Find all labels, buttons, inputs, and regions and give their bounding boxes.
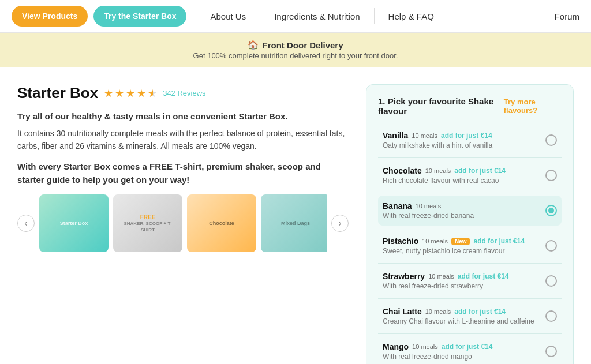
- flavour-divider: [378, 193, 562, 193]
- flavour-picker-title: 1. Pick your favourite Shake flavour: [378, 96, 504, 116]
- flavour-name: Chai Latte: [383, 307, 422, 316]
- flavour-desc: Rich chocolate flavour with real cacao: [383, 177, 541, 185]
- flavour-desc: With real freeze-dried banana: [383, 212, 541, 220]
- flavour-name-row: Banana10 meals: [383, 201, 541, 211]
- carousel-img-label-3: Chocolate: [187, 194, 256, 252]
- nav-help[interactable]: Help & FAQ: [384, 12, 439, 21]
- flavour-name-row: Strawberry10 mealsadd for just €14: [383, 272, 541, 281]
- product-desc-bold: Try all of our healthy & tasty meals in …: [17, 110, 349, 123]
- flavour-item-pistachio[interactable]: Pistachio10 mealsNewadd for just €14Swee…: [378, 231, 562, 261]
- flavour-item-mango[interactable]: Mango10 mealsadd for just €14With real f…: [378, 336, 562, 364]
- flavour-add-label: add for just €14: [458, 272, 509, 280]
- flavour-info: Strawberry10 mealsadd for just €14With r…: [383, 272, 541, 290]
- flavour-name: Pistachio: [383, 237, 418, 246]
- flavour-radio[interactable]: [545, 275, 557, 287]
- flavour-meals-tag: 10 meals: [416, 202, 442, 209]
- flavour-desc: Sweet, nutty pistachio ice cream flavour: [383, 247, 541, 255]
- flavour-info: Pistachio10 mealsNewadd for just €14Swee…: [383, 237, 541, 255]
- star-half-5: ★ ★: [148, 87, 157, 100]
- flavour-item-strawberry[interactable]: Strawberry10 mealsadd for just €14With r…: [378, 266, 562, 296]
- flavour-divider: [378, 298, 562, 299]
- flavour-add-label: add for just €14: [473, 237, 525, 245]
- flavour-radio-inner: [548, 208, 554, 213]
- flavour-meals-tag: 10 meals: [422, 238, 448, 245]
- flavour-picker-panel: 1. Pick your favourite Shake flavour Try…: [366, 84, 574, 364]
- flavour-info: Chocolate10 mealsadd for just €14Rich ch…: [383, 166, 541, 185]
- flavour-radio[interactable]: [545, 134, 557, 146]
- flavour-new-tag: New: [451, 238, 470, 245]
- star-4: ★: [137, 87, 146, 100]
- flavour-item-vanilla[interactable]: Vanilla10 mealsadd for just €14Oaty milk…: [378, 125, 562, 155]
- flavour-desc: With real freeze-dried mango: [383, 352, 541, 361]
- carousel-prev-button[interactable]: ‹: [17, 215, 35, 232]
- nav-divider-3: [374, 8, 375, 24]
- flavour-radio[interactable]: [545, 205, 557, 216]
- main-content: Starter Box ★ ★ ★ ★ ★ ★ 342 Reviews Try …: [0, 67, 591, 364]
- star-3: ★: [126, 87, 135, 100]
- flavour-divider: [378, 333, 562, 334]
- star-2: ★: [115, 87, 124, 100]
- house-icon: 🏠: [248, 40, 259, 50]
- flavour-info: Chai Latte10 mealsadd for just €14Creamy…: [383, 307, 541, 325]
- flavour-meals-tag: 10 meals: [412, 343, 438, 350]
- flavour-name-row: Pistachio10 mealsNewadd for just €14: [383, 237, 541, 246]
- flavour-divider: [378, 157, 562, 158]
- carousel-images: Starter Box FREE SHAKER, SCOOP + T-SHIRT…: [39, 194, 327, 252]
- carousel-item-2[interactable]: FREE SHAKER, SCOOP + T-SHIRT: [113, 194, 182, 252]
- flavour-name-row: Chocolate10 mealsadd for just €14: [383, 166, 541, 175]
- product-title: Starter Box: [17, 84, 98, 102]
- banner-title: 🏠 Front Door Delivery: [7, 40, 584, 50]
- try-flavours-link[interactable]: Try more flavours?: [504, 97, 562, 115]
- flavour-name: Vanilla: [383, 131, 408, 140]
- flavour-name: Banana: [383, 201, 412, 211]
- view-products-button[interactable]: View Products: [12, 6, 88, 27]
- carousel-item-1[interactable]: Starter Box: [39, 194, 109, 252]
- carousel-item-3[interactable]: Chocolate: [187, 194, 256, 252]
- flavour-divider: [378, 228, 562, 228]
- flavour-info: Mango10 mealsadd for just €14With real f…: [383, 342, 541, 361]
- flavour-meals-tag: 10 meals: [428, 273, 454, 280]
- nav-ingredients[interactable]: Ingredients & Nutrition: [270, 12, 364, 21]
- reviews-link[interactable]: 342 Reviews: [163, 89, 205, 97]
- star-1: ★: [104, 87, 113, 100]
- free-badge-title: FREE: [119, 214, 177, 220]
- carousel-item-4[interactable]: Mixed Bags: [261, 194, 327, 252]
- flavour-meals-tag: 10 meals: [425, 308, 451, 315]
- star-rating: ★ ★ ★ ★ ★ ★: [104, 87, 157, 100]
- nav-forum[interactable]: Forum: [555, 12, 579, 21]
- flavour-desc: Creamy Chai flavour with L-theanine and …: [383, 317, 541, 325]
- flavour-list: Vanilla10 mealsadd for just €14Oaty milk…: [378, 125, 562, 364]
- flavour-name: Mango: [383, 342, 409, 351]
- starter-box-button[interactable]: Try the Starter Box: [93, 6, 186, 27]
- flavour-desc: Oaty milkshake with a hint of vanilla: [383, 141, 541, 149]
- carousel-img-label-1: Starter Box: [39, 194, 109, 252]
- flavour-divider: [378, 263, 562, 264]
- flavour-name-row: Vanilla10 mealsadd for just €14: [383, 131, 541, 140]
- flavour-radio[interactable]: [545, 310, 557, 322]
- flavour-name: Chocolate: [383, 166, 422, 175]
- carousel-img-label-2: FREE SHAKER, SCOOP + T-SHIRT: [113, 194, 182, 252]
- flavour-radio[interactable]: [545, 170, 557, 181]
- product-desc-normal: It contains 30 nutritionally complete me…: [17, 127, 349, 153]
- flavour-name: Strawberry: [383, 272, 425, 281]
- left-column: Starter Box ★ ★ ★ ★ ★ ★ 342 Reviews Try …: [17, 84, 349, 364]
- nav-divider-1: [196, 8, 196, 24]
- carousel-next-button[interactable]: ›: [331, 215, 349, 232]
- nav-about[interactable]: About Us: [205, 12, 250, 21]
- flavour-header: 1. Pick your favourite Shake flavour Try…: [378, 96, 562, 116]
- flavour-item-banana[interactable]: Banana10 mealsWith real freeze-dried ban…: [378, 196, 562, 226]
- flavour-radio[interactable]: [545, 346, 557, 357]
- flavour-add-label: add for just €14: [454, 167, 506, 175]
- flavour-add-label: add for just €14: [441, 132, 492, 140]
- flavour-add-label: add for just €14: [442, 343, 493, 351]
- flavour-name-row: Chai Latte10 mealsadd for just €14: [383, 307, 541, 316]
- navbar: View Products Try the Starter Box About …: [0, 0, 591, 33]
- flavour-info: Vanilla10 mealsadd for just €14Oaty milk…: [383, 131, 541, 149]
- flavour-name-row: Mango10 mealsadd for just €14: [383, 342, 541, 351]
- flavour-item-chocolate[interactable]: Chocolate10 mealsadd for just €14Rich ch…: [378, 160, 562, 190]
- free-badge-text: SHAKER, SCOOP + T-SHIRT: [119, 220, 177, 233]
- flavour-item-chai-latte[interactable]: Chai Latte10 mealsadd for just €14Creamy…: [378, 301, 562, 331]
- carousel-img-label-4: Mixed Bags: [261, 194, 327, 252]
- banner-subtitle: Get 100% complete nutrition delivered ri…: [7, 51, 584, 60]
- flavour-radio[interactable]: [545, 240, 557, 252]
